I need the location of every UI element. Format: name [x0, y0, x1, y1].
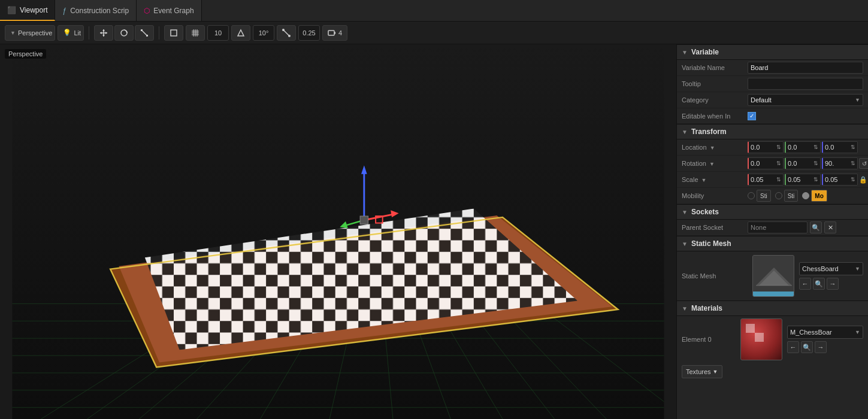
mobility-row: Mobility Sti Sti	[677, 188, 868, 204]
variable-name-input[interactable]: Board	[748, 62, 863, 74]
transform-section-header[interactable]: ▼ Transform	[677, 124, 868, 139]
sockets-section-header[interactable]: ▼ Sockets	[677, 204, 868, 220]
category-dropdown[interactable]: Default ▼	[748, 94, 863, 106]
rotation-y-input[interactable]: 0.0 ⇅	[785, 157, 821, 169]
scale-y-value: 0.05	[788, 176, 800, 183]
sockets-title: Sockets	[691, 208, 719, 216]
viewport-3d[interactable]: Perspective	[0, 44, 676, 419]
svg-line-19	[283, 30, 289, 36]
mesh-name-dropdown[interactable]: ChessBoard ▼	[799, 262, 863, 275]
mobility-static1-toggle	[748, 192, 755, 199]
material-name-dropdown[interactable]: M_ChessBoar ▼	[787, 326, 863, 339]
translate-btn[interactable]	[94, 25, 113, 41]
mobility-static1-btn[interactable]: Sti	[757, 190, 771, 202]
mesh-back-btn[interactable]: ←	[799, 278, 811, 290]
main-area: Perspective ▼ Variable Variable Name Boa…	[0, 44, 868, 419]
tooltip-input[interactable]	[748, 78, 863, 90]
material-name-text: M_ChessBoar	[790, 329, 832, 336]
tab-construction-label: Construction Scrip	[70, 7, 129, 15]
location-y-value: 0.0	[788, 144, 797, 151]
tab-event-graph[interactable]: ⬡ Event Graph	[137, 0, 201, 21]
rotation-x-input[interactable]: 0.0 ⇅	[748, 157, 784, 169]
rotate-btn[interactable]	[114, 25, 134, 41]
mobility-static2-btn[interactable]: Sti	[784, 190, 799, 202]
material-name-arrow: ▼	[855, 329, 860, 335]
material-search-btn[interactable]: 🔍	[801, 341, 813, 353]
mesh-search2-btn[interactable]: 🔍	[813, 278, 825, 290]
checker-4	[755, 333, 764, 342]
location-z-input[interactable]: 0.0 ⇅	[822, 141, 858, 153]
mobility-static2-toggle	[775, 192, 782, 199]
static-mesh-content: ChessBoard ▼ ← 🔍 →	[752, 255, 863, 297]
material-thumbnail	[740, 318, 782, 360]
rotation-z-arrow: ⇅	[851, 160, 855, 166]
editable-checkbox[interactable]: ✓	[748, 112, 756, 120]
scale-btn[interactable]	[135, 25, 154, 41]
rotation-reset-btn[interactable]: ↺	[859, 158, 868, 169]
parent-socket-row: Parent Socket None 🔍 ✕	[677, 220, 868, 236]
material-forward-btn[interactable]: →	[815, 341, 827, 353]
grid-icon	[191, 29, 199, 37]
tab-viewport[interactable]: ⬛ Viewport	[0, 0, 55, 21]
camera-icon	[328, 29, 336, 37]
location-x-input[interactable]: 0.0 ⇅	[748, 141, 784, 153]
angle-value[interactable]: 10°	[253, 25, 274, 41]
scale-inputs: 0.05 ⇅ 0.05 ⇅ 0.05 ⇅ 🔒 ↺	[748, 174, 868, 186]
location-row: Location ▼ 0.0 ⇅ 0.0 ⇅ 0.0 ⇅	[677, 139, 868, 156]
viewport-scene	[0, 44, 676, 419]
surface-btn[interactable]	[164, 25, 183, 41]
angle-snap-btn[interactable]	[231, 25, 250, 41]
scale-x-input[interactable]: 0.05 ⇅	[748, 174, 784, 186]
mesh-forward-btn[interactable]: →	[827, 278, 839, 290]
camera-btn[interactable]: 4	[322, 25, 347, 41]
scale-x-arrow: ⇅	[776, 177, 781, 183]
mobility-static2-radio[interactable]	[775, 192, 782, 199]
socket-clear-btn[interactable]: ✕	[824, 221, 836, 233]
parent-socket-value: None 🔍 ✕	[748, 221, 863, 233]
textures-arrow: ▼	[713, 369, 718, 375]
material-back-btn[interactable]: ←	[787, 341, 799, 353]
transform-arrow: ▼	[682, 129, 688, 135]
variable-name-row: Variable Name Board	[677, 60, 868, 76]
svg-rect-11	[171, 30, 177, 36]
svg-marker-4	[100, 32, 102, 34]
static-mesh-section-header[interactable]: ▼ Static Mesh	[677, 236, 868, 251]
svg-rect-58	[360, 216, 368, 224]
parent-socket-controls: None 🔍 ✕	[748, 221, 836, 233]
checker-3	[746, 333, 755, 342]
scale-y-input[interactable]: 0.05 ⇅	[785, 174, 821, 186]
scale-snap-btn[interactable]	[277, 25, 296, 41]
mobility-label: Mobility	[682, 192, 748, 199]
variable-name-label: Variable Name	[682, 64, 748, 71]
lit-icon: 💡	[63, 29, 71, 37]
mobility-movable-btn[interactable]: Mo	[811, 190, 827, 202]
scale-z-input[interactable]: 0.05 ⇅	[822, 174, 858, 186]
textures-btn[interactable]: Textures ▼	[682, 365, 722, 378]
editable-row: Editable when In ✓	[677, 108, 868, 124]
scale-y-arrow: ⇅	[813, 177, 818, 183]
mobility-movable-radio[interactable]	[802, 192, 809, 199]
lit-btn[interactable]: 💡 Lit	[58, 25, 84, 41]
perspective-btn[interactable]: ▼ Perspective	[5, 25, 55, 41]
mobility-static1-radio[interactable]	[748, 192, 755, 199]
materials-section-header[interactable]: ▼ Materials	[677, 300, 868, 316]
rotation-y-arrow: ⇅	[813, 160, 818, 166]
checker-2	[755, 324, 764, 333]
tab-construction[interactable]: ƒ Construction Scrip	[55, 0, 137, 21]
mobility-value: Sti Sti Mo	[748, 190, 863, 202]
mobility-group: Sti Sti Mo	[748, 190, 827, 202]
scale-value[interactable]: 0.25	[298, 25, 320, 41]
socket-search-btn[interactable]: 🔍	[810, 221, 822, 233]
mesh-thumbnail-highlight	[753, 292, 794, 296]
location-y-input[interactable]: 0.0 ⇅	[785, 141, 821, 153]
variable-section-header[interactable]: ▼ Variable	[677, 44, 868, 60]
scale-lock-icon[interactable]: 🔒	[859, 176, 867, 184]
parent-socket-input[interactable]: None	[748, 221, 807, 233]
grid-snap-btn[interactable]	[186, 25, 205, 41]
grid-value[interactable]: 10	[207, 25, 229, 41]
static-mesh-title: Static Mesh	[691, 239, 731, 248]
category-label: Category	[682, 96, 748, 104]
svg-marker-5	[105, 32, 107, 34]
rotation-z-input[interactable]: 90. ⇅	[822, 157, 858, 169]
surface-icon	[170, 29, 178, 37]
